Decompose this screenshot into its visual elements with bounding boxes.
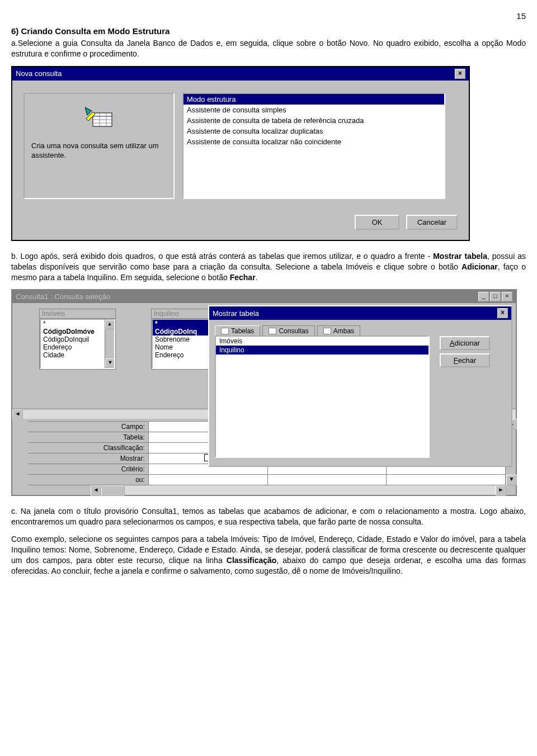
- tab-ambas[interactable]: Ambas: [317, 325, 360, 336]
- mostrar-tabela-dialog: Mostrar tabela × Tabelas Consultas Ambas…: [208, 305, 512, 467]
- paragraph-a: a.Selecione a guia Consulta da Janela Ba…: [11, 38, 526, 59]
- dialog-titlebar: Nova consulta ×: [12, 67, 469, 81]
- list-item[interactable]: Assistente de consulta localizar duplica…: [183, 126, 444, 136]
- minimize-icon[interactable]: _: [478, 292, 489, 301]
- paragraph-c1: c. Na janela com o título provisório Con…: [11, 506, 526, 527]
- list-item[interactable]: Assistente de consulta simples: [183, 105, 444, 115]
- description-panel: Cria uma nova consulta sem utilizar um a…: [23, 93, 175, 199]
- grid-horizontal-scrollbar[interactable]: ◄►: [91, 485, 506, 495]
- grid-label: Mostrar:: [28, 453, 148, 464]
- query-icon: [268, 328, 276, 334]
- grid-label: Tabela:: [28, 432, 148, 443]
- grid-label: ou:: [28, 475, 148, 485]
- query-design-window: Consulta1 : Consulta seleção _ □ × Imóve…: [11, 289, 517, 496]
- grid-label: Campo:: [28, 422, 148, 432]
- table-header: Imóveis: [40, 309, 115, 319]
- adicionar-button[interactable]: Adicionar: [440, 336, 490, 350]
- field-item[interactable]: *: [41, 320, 114, 328]
- both-icon: [323, 328, 331, 334]
- close-icon[interactable]: ×: [455, 69, 465, 79]
- field-item[interactable]: CódigoDoInquil: [41, 336, 114, 343]
- close-icon[interactable]: ×: [502, 292, 512, 301]
- section-heading: 6) Criando Consulta em Modo Estrutura: [11, 26, 526, 36]
- page-number: 15: [11, 11, 526, 21]
- ok-button[interactable]: OK: [355, 215, 399, 230]
- list-item[interactable]: Modo estrutura: [183, 94, 444, 105]
- close-icon[interactable]: ×: [497, 308, 508, 318]
- field-item[interactable]: Endereço: [41, 343, 114, 351]
- options-listbox[interactable]: Modo estrutura Assistente de consulta si…: [182, 93, 445, 199]
- nova-consulta-dialog: Nova consulta × Cria uma nova consulta s…: [11, 66, 470, 241]
- description-text: Cria uma nova consulta sem utilizar um a…: [31, 141, 167, 160]
- tab-consultas[interactable]: Consultas: [262, 325, 314, 336]
- dialog-title: Nova consulta: [16, 69, 62, 78]
- list-item[interactable]: Assistente de consulta localizar não coi…: [183, 136, 444, 147]
- field-item[interactable]: CódigoDoImóve: [41, 328, 114, 336]
- grid-label: Critério:: [28, 464, 148, 475]
- fechar-button[interactable]: Fechar: [440, 353, 490, 367]
- list-item[interactable]: Imóveis: [216, 337, 428, 346]
- table-box-imoveis[interactable]: Imóveis * CódigoDoImóve CódigoDoInquil E…: [39, 309, 116, 370]
- dialog-title: Mostrar tabela: [213, 309, 259, 318]
- paragraph-c2: Como exemplo, selecione os seguintes cam…: [11, 534, 526, 577]
- paragraph-b: b. Logo após, será exibido dois quadros,…: [11, 251, 526, 283]
- cancel-button[interactable]: Cancelar: [406, 215, 458, 230]
- scrollbar[interactable]: ▲▼: [105, 320, 114, 368]
- table-icon: [221, 328, 229, 334]
- tab-tabelas[interactable]: Tabelas: [215, 325, 260, 336]
- tables-listbox[interactable]: Imóveis Inquilino: [215, 336, 430, 458]
- list-item[interactable]: Inquilino: [216, 346, 428, 355]
- query-design-icon: [85, 106, 113, 129]
- list-item[interactable]: Assistente de consulta de tabela de refe…: [183, 115, 444, 126]
- field-item[interactable]: Cidade: [41, 351, 114, 359]
- maximize-icon[interactable]: □: [490, 292, 501, 301]
- window-title: Consulta1 : Consulta seleção: [16, 292, 110, 301]
- grid-label: Classificação:: [28, 443, 148, 453]
